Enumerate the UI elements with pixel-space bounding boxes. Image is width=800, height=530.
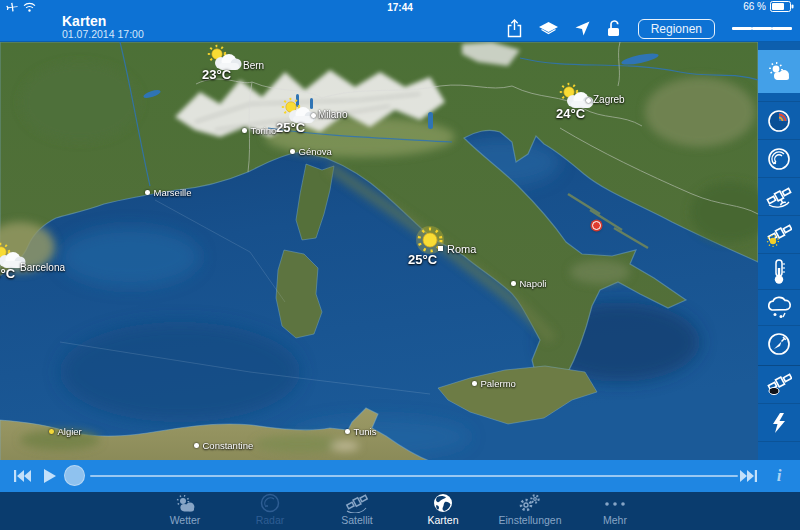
city-dot xyxy=(311,113,316,118)
play-button[interactable] xyxy=(44,469,56,483)
tab-einstellungen[interactable]: Einstellungen xyxy=(490,494,570,528)
timeline-track[interactable] xyxy=(90,475,738,477)
city-dot xyxy=(345,429,350,434)
city-torino: Torino xyxy=(242,125,276,136)
radar-color-icon xyxy=(767,109,791,133)
tab-wetter[interactable]: Wetter xyxy=(145,494,225,528)
skip-forward-icon xyxy=(740,470,757,482)
sidebar-item-radar-rings[interactable] xyxy=(758,139,800,178)
city-dot xyxy=(194,443,199,448)
time-slider-bar: i xyxy=(0,460,800,492)
page-title: Karten xyxy=(62,13,106,29)
city-dot xyxy=(290,149,295,154)
share-icon xyxy=(507,19,522,38)
tab-radar: Radar xyxy=(230,494,310,528)
city-palermo: Palermo xyxy=(472,378,516,389)
city-constantine: Constantine xyxy=(194,440,253,451)
city-dot xyxy=(472,381,477,386)
city-tunis: Tunis xyxy=(345,426,376,437)
cloud-rain-icon xyxy=(766,296,792,320)
satellite-sun-icon xyxy=(766,223,792,247)
tab-karten[interactable]: Karten xyxy=(403,494,483,528)
city-dot xyxy=(49,429,54,434)
timeline-slider-knob[interactable] xyxy=(64,465,85,486)
battery-percent: 66 % xyxy=(743,1,766,12)
sidebar-item-lightning[interactable] xyxy=(758,403,800,442)
satellite-tab-icon xyxy=(345,493,369,513)
location-arrow-icon xyxy=(575,21,590,36)
layers-icon xyxy=(539,22,558,35)
satellite-map-image xyxy=(0,42,758,462)
bottom-tab-bar: Wetter Radar xyxy=(0,492,800,530)
radar-tab-icon xyxy=(260,493,280,513)
city-algier: Algier xyxy=(49,426,82,437)
sidebar-item-wind[interactable] xyxy=(758,325,800,362)
sun-cloud-icon xyxy=(556,82,596,109)
sidebar-item-satellite-sun[interactable] xyxy=(758,215,800,254)
satellite-icon xyxy=(766,185,792,209)
city-genova: Génova xyxy=(290,146,332,157)
compass-gauge-icon xyxy=(767,332,791,356)
sidebar-item-satellite-night[interactable] xyxy=(758,365,800,404)
city-napoli: Napoli xyxy=(511,278,546,289)
regionen-button[interactable]: Regionen xyxy=(638,19,715,39)
city-dot xyxy=(242,128,247,133)
radar-rings-icon xyxy=(767,147,791,171)
tab-mehr[interactable]: Mehr xyxy=(575,494,655,528)
lightning-icon xyxy=(772,413,786,433)
info-button[interactable]: i xyxy=(758,460,800,492)
city-square-marker xyxy=(438,246,443,251)
globe-tab-icon xyxy=(433,493,453,513)
selected-location-marker[interactable] xyxy=(592,221,601,230)
map-timestamp: 01.07.2014 17:00 xyxy=(62,28,144,40)
play-icon xyxy=(44,469,56,483)
menu-button[interactable] xyxy=(732,25,792,32)
map-layer-sidebar xyxy=(758,42,800,460)
weather-tab-icon xyxy=(172,495,198,513)
weather-map-icon xyxy=(766,62,792,82)
clock: 17:44 xyxy=(0,2,800,13)
skip-to-start-button[interactable] xyxy=(14,470,31,482)
status-bar: 17:44 66 % xyxy=(0,0,800,15)
locate-me-button[interactable] xyxy=(575,21,590,36)
dots-tab-icon xyxy=(603,495,627,513)
city-dot xyxy=(511,281,516,286)
skip-back-icon xyxy=(14,470,31,482)
tab-satellit[interactable]: Satellit xyxy=(317,494,397,528)
thermometer-icon xyxy=(772,259,786,285)
skip-to-end-button[interactable] xyxy=(740,470,757,482)
weather-app-window: 17:44 66 % Karten 01.07.2014 17:00 xyxy=(0,0,800,530)
sidebar-item-temperature[interactable] xyxy=(758,253,800,290)
weather-map[interactable]: Torino Génova Marseille Napoli Palermo A… xyxy=(0,42,758,462)
sidebar-item-precipitation[interactable] xyxy=(758,289,800,326)
share-button[interactable] xyxy=(507,19,522,38)
city-marseille: Marseille xyxy=(145,187,192,198)
gears-tab-icon xyxy=(517,493,543,513)
city-dot xyxy=(586,98,591,103)
menu-icon xyxy=(732,27,752,30)
unlock-icon xyxy=(607,20,621,37)
sidebar-item-weather[interactable] xyxy=(758,50,800,93)
sidebar-item-satellite[interactable] xyxy=(758,177,800,216)
battery-icon xyxy=(770,1,794,12)
sidebar-item-radar-color[interactable] xyxy=(758,101,800,140)
sidebar-item-empty xyxy=(758,441,800,461)
header: Karten 01.07.2014 17:00 xyxy=(0,15,800,42)
city-dot xyxy=(145,190,150,195)
layers-button[interactable] xyxy=(539,22,558,35)
satellite-night-icon xyxy=(766,373,792,397)
lock-button[interactable] xyxy=(607,20,621,37)
